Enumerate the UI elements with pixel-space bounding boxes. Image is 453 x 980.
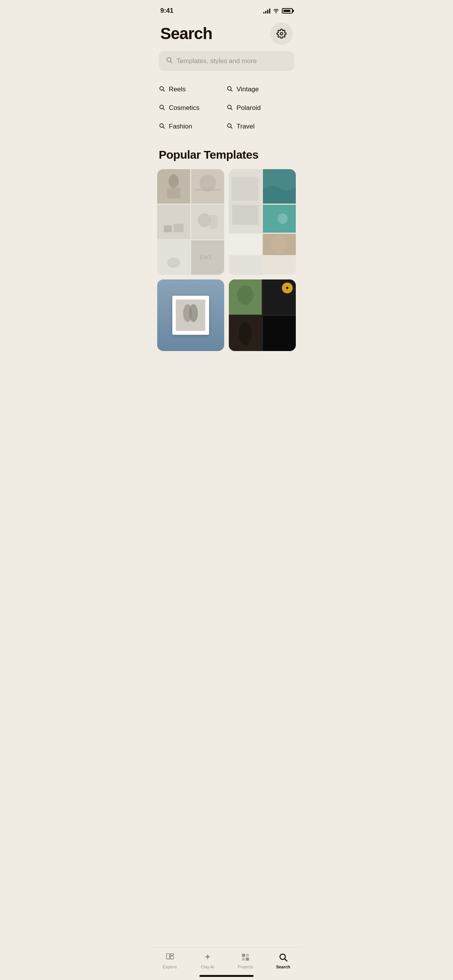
gear-icon xyxy=(276,29,287,39)
template-card-lifestyle[interactable] xyxy=(229,169,296,275)
svg-rect-49 xyxy=(263,316,296,351)
search-icon-small xyxy=(226,104,233,112)
wifi-icon xyxy=(273,8,280,14)
svg-line-2 xyxy=(170,61,172,63)
svg-point-28 xyxy=(167,258,180,268)
status-bar: 9:41 xyxy=(151,0,302,19)
quick-search-label: Fashion xyxy=(169,123,192,130)
quick-search-cosmetics[interactable]: Cosmetics xyxy=(159,99,226,117)
svg-line-10 xyxy=(231,108,232,110)
svg-line-12 xyxy=(163,127,165,128)
template-card-fashion[interactable]: EWE xyxy=(157,169,224,275)
svg-rect-23 xyxy=(174,224,184,232)
search-icon-small xyxy=(226,86,233,93)
svg-rect-33 xyxy=(232,205,259,224)
battery-icon xyxy=(282,8,293,14)
quick-search-polaroid[interactable]: Polaroid xyxy=(226,99,294,117)
template-preview-fashion: EWE xyxy=(157,169,224,275)
svg-point-38 xyxy=(271,236,288,254)
search-icon-small xyxy=(159,104,165,112)
svg-point-43 xyxy=(189,304,198,322)
svg-rect-40 xyxy=(229,256,262,275)
templates-grid: EWE xyxy=(151,169,302,351)
template-card-photo[interactable] xyxy=(157,279,224,351)
svg-point-0 xyxy=(280,33,283,35)
search-icon-small xyxy=(159,86,165,93)
svg-point-48 xyxy=(239,322,252,345)
search-icon-small xyxy=(159,123,165,130)
search-placeholder: Templates, styles and more xyxy=(177,57,257,65)
quick-search-label: Reels xyxy=(169,86,185,93)
quick-search-vintage[interactable]: Vintage xyxy=(226,80,294,99)
settings-button[interactable] xyxy=(270,22,293,45)
svg-line-4 xyxy=(163,90,165,91)
page-title: Search xyxy=(160,24,212,43)
svg-point-36 xyxy=(278,214,288,224)
svg-point-19 xyxy=(199,174,216,192)
page-header: Search xyxy=(151,19,302,51)
signal-icon xyxy=(263,8,270,14)
quick-searches: Reels Vintage Cosmetics Polaroid Fashion xyxy=(151,80,302,148)
status-icons xyxy=(263,8,293,14)
svg-line-8 xyxy=(163,108,165,110)
svg-point-45 xyxy=(237,285,254,305)
quick-search-label: Travel xyxy=(237,123,255,130)
svg-rect-32 xyxy=(232,177,259,201)
template-preview-dark: ✦ xyxy=(229,279,296,351)
svg-rect-21 xyxy=(157,205,190,239)
template-preview-lifestyle xyxy=(229,169,296,239)
quick-search-travel[interactable]: Travel xyxy=(226,117,294,136)
svg-rect-39 xyxy=(229,234,262,255)
template-card-dark[interactable]: ✦ xyxy=(229,279,296,351)
svg-line-6 xyxy=(231,90,232,91)
svg-line-14 xyxy=(231,127,232,128)
premium-badge: ✦ xyxy=(282,283,293,293)
quick-search-reels[interactable]: Reels xyxy=(159,80,226,99)
quick-search-label: Cosmetics xyxy=(169,104,199,112)
quick-search-fashion[interactable]: Fashion xyxy=(159,117,226,136)
popular-templates-heading: Popular Templates xyxy=(151,148,302,169)
svg-rect-17 xyxy=(167,188,180,199)
status-time: 9:41 xyxy=(160,7,173,15)
svg-rect-26 xyxy=(209,215,218,229)
search-icon xyxy=(166,57,173,65)
svg-point-16 xyxy=(169,174,179,188)
search-input-bar[interactable]: Templates, styles and more xyxy=(159,51,294,71)
template-preview-photo xyxy=(157,279,224,351)
quick-search-label: Polaroid xyxy=(237,104,261,112)
svg-rect-22 xyxy=(164,225,172,232)
svg-text:EWE: EWE xyxy=(199,254,212,260)
search-icon-small xyxy=(226,123,233,130)
quick-search-label: Vintage xyxy=(237,86,259,93)
svg-point-25 xyxy=(198,213,211,227)
